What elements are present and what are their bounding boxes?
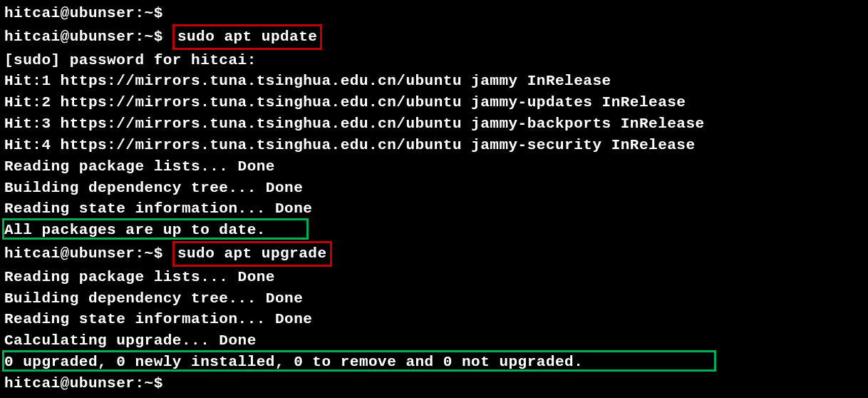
prompt-line-update[interactable]: hitcai@ubunser:~$ sudo apt update <box>4 24 864 50</box>
output-line: Hit:3 https://mirrors.tuna.tsinghua.edu.… <box>4 113 864 135</box>
shell-prompt: hitcai@ubunser:~$ <box>4 245 172 262</box>
shell-prompt: hitcai@ubunser:~$ <box>4 375 163 392</box>
output-line: Hit:4 https://mirrors.tuna.tsinghua.edu.… <box>4 135 864 156</box>
highlight-green-box <box>2 350 716 372</box>
command-text: sudo apt update <box>177 29 318 45</box>
shell-prompt: hitcai@ubunser:~$ <box>4 5 163 21</box>
prompt-line: hitcai@ubunser:~$ <box>4 3 864 24</box>
output-line-highlighted: 0 upgraded, 0 newly installed, 0 to remo… <box>4 352 864 373</box>
prompt-line-upgrade[interactable]: hitcai@ubunser:~$ sudo apt upgrade <box>4 241 864 267</box>
output-line: Reading package lists... Done <box>4 267 864 288</box>
highlight-green-box <box>2 218 309 240</box>
output-line: Reading package lists... Done <box>4 156 864 178</box>
output-line: Calculating upgrade... Done <box>4 330 864 352</box>
command-text: sudo apt upgrade <box>177 245 327 262</box>
output-line: Reading state information... Done <box>4 309 864 330</box>
output-line-highlighted: All packages are up to date. <box>4 220 864 241</box>
output-line: Reading state information... Done <box>4 198 864 220</box>
command-highlight-red: sudo apt upgrade <box>172 241 332 267</box>
command-highlight-red: sudo apt update <box>172 24 323 50</box>
prompt-line[interactable]: hitcai@ubunser:~$ <box>4 373 864 394</box>
output-line: Building dependency tree... Done <box>4 288 864 310</box>
output-line: Hit:1 https://mirrors.tuna.tsinghua.edu.… <box>4 71 864 92</box>
output-line: Building dependency tree... Done <box>4 178 864 199</box>
shell-prompt: hitcai@ubunser:~$ <box>4 29 172 45</box>
output-line: Hit:2 https://mirrors.tuna.tsinghua.edu.… <box>4 92 864 113</box>
output-line: [sudo] password for hitcai: <box>4 50 864 71</box>
terminal-output: hitcai@ubunser:~$ hitcai@ubunser:~$ sudo… <box>4 3 864 394</box>
